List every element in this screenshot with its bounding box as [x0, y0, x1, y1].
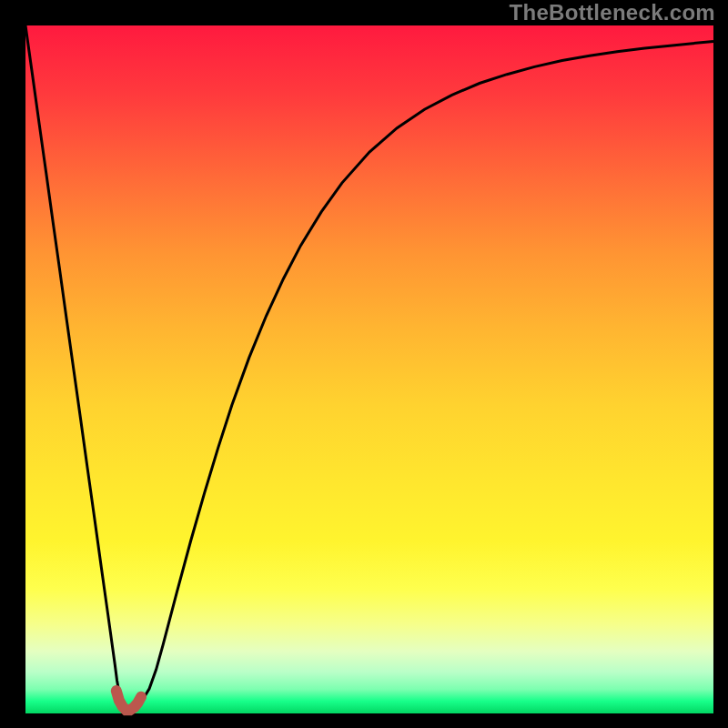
- chart-bottom-marker: [116, 691, 141, 710]
- chart-curve-path: [25, 25, 713, 712]
- chart-curve-layer: [0, 0, 728, 728]
- watermark-text: TheBottleneck.com: [510, 0, 715, 25]
- chart-root: TheBottleneck.com: [0, 0, 728, 728]
